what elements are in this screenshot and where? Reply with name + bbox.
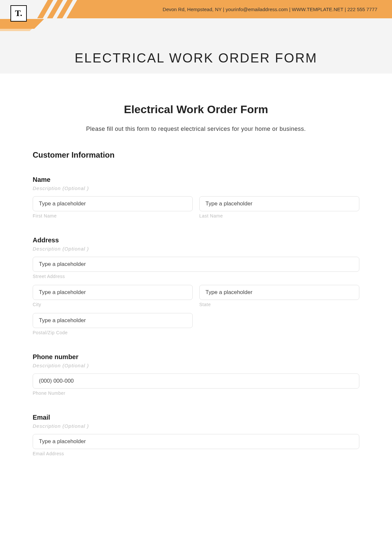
state-input[interactable]	[199, 285, 359, 300]
form-intro: Please fill out this form to request ele…	[33, 126, 359, 132]
street-sublabel: Street Address	[33, 274, 359, 279]
email-label: Email	[33, 414, 359, 421]
last-name-sublabel: Last Name	[199, 213, 359, 218]
form-container: Electrical Work Order Form Please fill o…	[0, 74, 392, 456]
last-name-input[interactable]	[199, 196, 359, 211]
state-sublabel: State	[199, 302, 359, 307]
logo: T.	[10, 5, 27, 22]
address-desc: Description (Optional )	[33, 246, 359, 252]
phone-field-group: Phone number Description (Optional ) Pho…	[33, 353, 359, 396]
name-field-group: Name Description (Optional ) First Name …	[33, 176, 359, 218]
email-desc: Description (Optional )	[33, 423, 359, 429]
contact-text: Devon Rd, Hempstead, NY | yourinfo@email…	[163, 7, 377, 12]
city-sublabel: City	[33, 302, 193, 307]
contact-bar: Devon Rd, Hempstead, NY | yourinfo@email…	[85, 0, 392, 18]
email-sublabel: Email Address	[33, 451, 359, 456]
form-title: Electrical Work Order Form	[33, 103, 359, 116]
first-name-sublabel: First Name	[33, 213, 193, 218]
first-name-input[interactable]	[33, 196, 193, 211]
postal-input[interactable]	[33, 313, 193, 328]
phone-sublabel: Phone Number	[33, 391, 359, 396]
phone-label: Phone number	[33, 353, 359, 361]
postal-sublabel: Postal/Zip Code	[33, 330, 193, 335]
email-field-group: Email Description (Optional ) Email Addr…	[33, 414, 359, 456]
page-title: ELECTRICAL WORK ORDER FORM	[0, 51, 392, 65]
name-label: Name	[33, 176, 359, 183]
street-address-input[interactable]	[33, 257, 359, 272]
phone-desc: Description (Optional )	[33, 363, 359, 368]
address-label: Address	[33, 236, 359, 244]
email-input[interactable]	[33, 434, 359, 449]
city-input[interactable]	[33, 285, 193, 300]
section-heading-customer: Customer Information	[33, 150, 359, 160]
phone-input[interactable]	[33, 374, 359, 389]
top-bar: T. Devon Rd, Hempstead, NY | yourinfo@em…	[0, 0, 392, 31]
address-field-group: Address Description (Optional ) Street A…	[33, 236, 359, 335]
header-banner: T. Devon Rd, Hempstead, NY | yourinfo@em…	[0, 0, 392, 74]
name-desc: Description (Optional )	[33, 185, 359, 191]
